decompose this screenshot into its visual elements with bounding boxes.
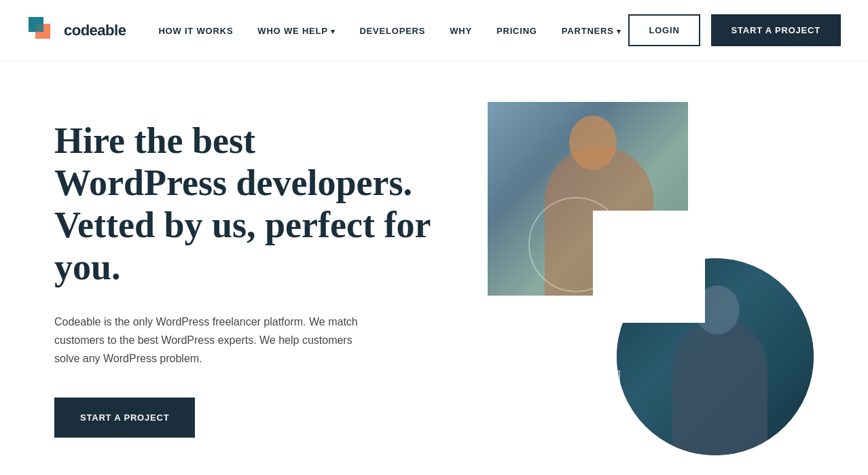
nav-item-how-it-works[interactable]: HOW IT WORKS: [158, 24, 233, 37]
nav-item-developers[interactable]: DEVELOPERS: [359, 24, 425, 37]
hero-outline-square: [583, 370, 620, 408]
navbar: codeable HOW IT WORKS WHO WE HELP DEVELO…: [0, 0, 868, 61]
nav-link-who-we-help[interactable]: WHO WE HELP: [257, 26, 335, 36]
nav-links: HOW IT WORKS WHO WE HELP DEVELOPERS WHY …: [158, 24, 621, 37]
hero-section: Hire the best WordPress developers. Vett…: [0, 61, 868, 475]
hero-subtext: Codeable is the only WordPress freelance…: [54, 313, 374, 368]
hero-white-square: [593, 211, 705, 323]
hero-left: Hire the best WordPress developers. Vett…: [54, 120, 435, 438]
nav-item-why[interactable]: WHY: [450, 24, 472, 37]
logo-link[interactable]: codeable: [27, 16, 126, 46]
login-button[interactable]: LOGIN: [628, 14, 700, 46]
nav-link-how-it-works[interactable]: HOW IT WORKS: [158, 26, 233, 36]
nav-link-developers[interactable]: DEVELOPERS: [359, 26, 425, 36]
nav-left: codeable HOW IT WORKS WHO WE HELP DEVELO…: [27, 16, 621, 46]
hero-visual: [488, 102, 814, 455]
nav-link-partners[interactable]: PARTNERS: [562, 26, 621, 36]
start-project-nav-button[interactable]: START A PROJECT: [711, 14, 841, 46]
logo-icon: [27, 16, 57, 46]
hero-heading: Hire the best WordPress developers. Vett…: [54, 120, 435, 288]
nav-right: LOGIN START A PROJECT: [628, 14, 841, 46]
start-project-hero-button[interactable]: START A PROJECT: [54, 398, 195, 438]
nav-link-why[interactable]: WHY: [450, 26, 472, 36]
logo-text: codeable: [64, 22, 126, 39]
nav-link-pricing[interactable]: PRICING: [496, 26, 537, 36]
nav-item-pricing[interactable]: PRICING: [496, 24, 537, 37]
nav-item-who-we-help[interactable]: WHO WE HELP: [257, 24, 335, 37]
nav-item-partners[interactable]: PARTNERS: [562, 24, 621, 37]
svg-rect-2: [29, 17, 43, 32]
